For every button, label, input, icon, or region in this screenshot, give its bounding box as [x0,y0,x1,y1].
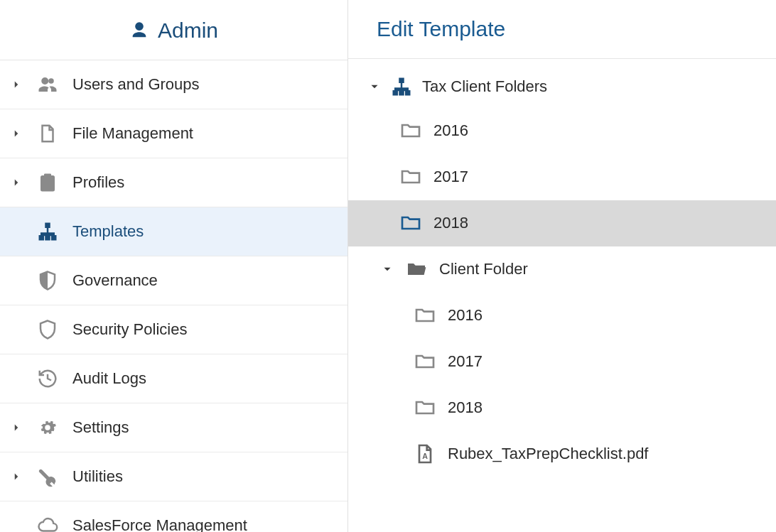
nav-label: Templates [72,222,333,241]
main-title: Edit Template [377,17,505,40]
file-icon [36,121,60,146]
nav-item-profiles[interactable]: Profiles [0,158,347,207]
tree-folder-2018[interactable]: 2018 [348,200,776,246]
tree-folder-client-2017[interactable]: 2017 [348,339,776,385]
tree-label: 2018 [433,214,776,232]
sidebar-title: Admin [158,18,218,43]
tree-label: 2018 [448,398,776,417]
tree-label: 2016 [433,121,776,140]
tree-label: 2017 [448,352,776,371]
folder-icon [412,349,438,374]
hierarchy-icon [391,76,412,97]
chevron-right-icon [10,176,23,189]
nav-label: Utilities [72,467,333,486]
tree-folder-client-2018[interactable]: 2018 [348,385,776,431]
nav-item-templates[interactable]: Templates [0,207,347,256]
nav-label: Settings [72,418,333,437]
users-icon [36,72,60,97]
tree-label: 2016 [448,306,776,325]
nav-label: Profiles [72,173,333,192]
tree-label: Client Folder [439,260,776,278]
shield-half-icon [36,268,60,293]
wrench-icon [36,465,60,489]
admin-nav-list: Users and Groups File Management Profile… [0,60,347,532]
shield-icon [36,317,60,342]
chevron-right-icon [10,421,23,434]
template-tree: Tax Client Folders 2016 2017 2018 Client… [348,59,776,477]
nav-item-audit-logs[interactable]: Audit Logs [0,354,347,403]
tree-label: Rubex_TaxPrepChecklist.pdf [448,445,776,463]
edit-template-panel: Edit Template Tax Client Folders 2016 20… [348,0,776,532]
tree-folder-2016[interactable]: 2016 [348,108,776,154]
cloud-icon [36,514,60,532]
chevron-down-icon[interactable] [381,263,394,276]
chevron-down-icon[interactable] [368,80,381,93]
nav-item-file-management[interactable]: File Management [0,109,347,158]
chevron-right-icon [10,78,23,91]
nav-item-salesforce-management[interactable]: SalesForce Management [0,501,347,532]
nav-label: SalesForce Management [72,516,333,532]
folder-icon [398,210,424,236]
tree-label: Tax Client Folders [422,77,776,96]
clipboard-icon [36,170,60,195]
nav-item-governance[interactable]: Governance [0,256,347,305]
main-header: Edit Template [348,0,776,59]
folder-open-icon [404,256,429,282]
tree-folder-client-folder[interactable]: Client Folder [348,246,776,293]
nav-label: Audit Logs [72,369,333,388]
tree-file-rubex-pdf[interactable]: Rubex_TaxPrepChecklist.pdf [348,431,776,477]
hierarchy-icon [36,219,60,244]
gear-icon [36,416,60,440]
sidebar-header: Admin [0,0,347,60]
nav-item-utilities[interactable]: Utilities [0,452,347,501]
folder-icon [412,303,438,328]
tree-label: 2017 [433,168,776,186]
admin-icon [129,21,149,40]
nav-label: Security Policies [72,320,333,339]
tree-folder-client-2016[interactable]: 2016 [348,293,776,339]
tree-root-tax-client-folders[interactable]: Tax Client Folders [348,66,776,108]
nav-item-settings[interactable]: Settings [0,403,347,452]
folder-icon [412,395,438,420]
nav-item-users-and-groups[interactable]: Users and Groups [0,60,347,109]
folder-icon [398,164,424,190]
chevron-right-icon [10,127,23,140]
pdf-file-icon [412,441,438,467]
admin-sidebar: Admin Users and Groups File Management P… [0,0,348,532]
nav-label: Users and Groups [72,75,333,94]
tree-folder-2017[interactable]: 2017 [348,154,776,200]
history-icon [36,367,60,391]
nav-label: Governance [72,271,333,290]
chevron-right-icon [10,470,23,483]
nav-item-security-policies[interactable]: Security Policies [0,305,347,354]
folder-icon [398,118,424,143]
nav-label: File Management [72,124,333,143]
